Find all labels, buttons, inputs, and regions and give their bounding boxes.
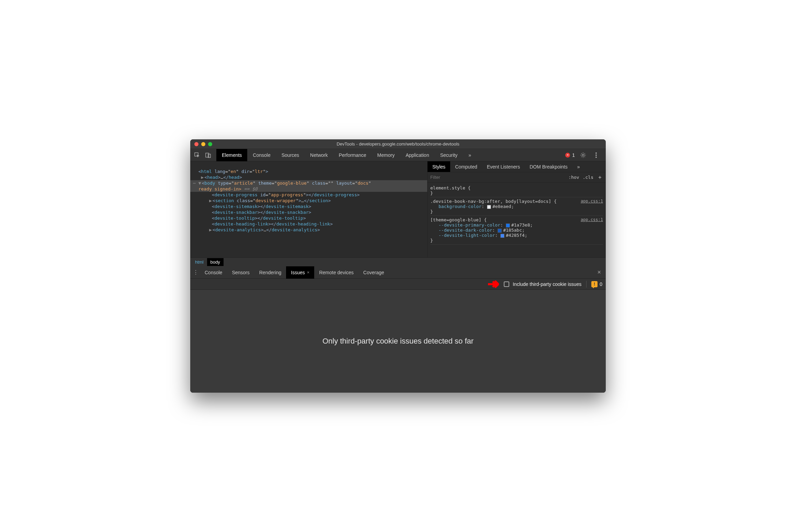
include-third-party-label: Include third-party cookie issues — [513, 281, 581, 287]
tab-performance[interactable]: Performance — [333, 149, 372, 161]
hov-toggle[interactable]: :hov — [568, 175, 579, 180]
svg-point-5 — [596, 154, 597, 155]
tab-security[interactable]: Security — [435, 149, 463, 161]
issues-count-badge[interactable]: ! 0 — [591, 281, 602, 287]
new-style-rule-icon[interactable]: + — [597, 174, 603, 181]
drawer-tab-rendering[interactable]: Rendering — [254, 266, 286, 279]
settings-gear-icon[interactable] — [578, 150, 588, 160]
styles-filter-input[interactable] — [430, 175, 565, 180]
warning-icon: ! — [591, 281, 598, 287]
main-toolbar: Elements Console Sources Network Perform… — [190, 149, 606, 161]
tab-memory[interactable]: Memory — [372, 149, 400, 161]
source-link[interactable]: app.css:1 — [581, 199, 603, 204]
toolbar-divider — [586, 281, 587, 288]
close-icon[interactable]: × — [307, 270, 310, 275]
breadcrumb-body[interactable]: body — [207, 258, 224, 266]
issues-empty-message: Only third-party cookie issues detected … — [322, 337, 474, 346]
window-title: DevTools - developers.google.com/web/too… — [190, 141, 606, 147]
devtools-window: DevTools - developers.google.com/web/too… — [190, 139, 606, 393]
drawer-close-icon[interactable]: × — [594, 269, 604, 276]
styles-tab-styles[interactable]: Styles — [428, 161, 450, 172]
kebab-menu-icon[interactable] — [591, 150, 601, 160]
elements-panel: <html lang="en" dir="ltr"> ▶<head>…</hea… — [190, 161, 606, 257]
tab-application[interactable]: Application — [400, 149, 435, 161]
device-mode-icon[interactable] — [203, 150, 213, 160]
drawer-tab-coverage[interactable]: Coverage — [359, 266, 389, 279]
tab-sources[interactable]: Sources — [276, 149, 305, 161]
drawer-tab-console[interactable]: Console — [200, 266, 227, 279]
breadcrumb-html[interactable]: html — [192, 258, 207, 266]
close-window-button[interactable] — [194, 142, 198, 146]
annotation-arrow-icon — [487, 278, 499, 290]
issues-toolbar: Include third-party cookie issues ! 0 — [190, 279, 606, 290]
drawer-tab-issues[interactable]: Issues × — [286, 266, 314, 279]
styles-more-tabs-icon[interactable]: » — [572, 161, 585, 172]
error-count-badge[interactable]: 1 — [565, 152, 575, 158]
drawer: ⋮ Console Sensors Rendering Issues × Rem… — [190, 266, 606, 393]
styles-tab-computed[interactable]: Computed — [450, 161, 482, 172]
zoom-window-button[interactable] — [208, 142, 212, 146]
drawer-tab-sensors[interactable]: Sensors — [227, 266, 254, 279]
tab-console[interactable]: Console — [247, 149, 276, 161]
source-link[interactable]: app.css:1 — [581, 217, 603, 222]
cls-toggle[interactable]: .cls — [583, 175, 593, 180]
drawer-menu-icon[interactable]: ⋮ — [192, 269, 200, 276]
styles-tab-event-listeners[interactable]: Event Listeners — [482, 161, 525, 172]
svg-point-3 — [582, 154, 584, 156]
drawer-tab-issues-label: Issues — [291, 270, 305, 275]
issues-empty-state: Only third-party cookie issues detected … — [190, 290, 606, 393]
svg-point-4 — [596, 152, 597, 153]
panel-tabs: Elements Console Sources Network Perform… — [216, 149, 477, 161]
svg-point-6 — [596, 157, 597, 158]
styles-filter-bar: :hov .cls + — [428, 172, 606, 183]
titlebar: DevTools - developers.google.com/web/too… — [190, 139, 606, 149]
more-tabs-icon[interactable]: » — [463, 149, 477, 161]
styles-tabs: Styles Computed Event Listeners DOM Brea… — [428, 161, 606, 172]
minimize-window-button[interactable] — [201, 142, 205, 146]
drawer-tabs: ⋮ Console Sensors Rendering Issues × Rem… — [190, 266, 606, 279]
include-third-party-checkbox[interactable] — [504, 281, 509, 287]
tab-network[interactable]: Network — [305, 149, 333, 161]
inspect-element-icon[interactable] — [192, 150, 202, 160]
error-count: 1 — [572, 152, 575, 158]
styles-rules[interactable]: element.style {}app.css:1.devsite-book-n… — [428, 183, 606, 257]
styles-tab-dom-breakpoints[interactable]: DOM Breakpoints — [525, 161, 572, 172]
issues-count: 0 — [600, 281, 602, 287]
styles-pane: Styles Computed Event Listeners DOM Brea… — [427, 161, 606, 257]
dom-tree[interactable]: <html lang="en" dir="ltr"> ▶<head>…</hea… — [190, 161, 427, 257]
dom-breadcrumb: html body — [190, 257, 606, 266]
drawer-tab-remote-devices[interactable]: Remote devices — [314, 266, 358, 279]
tab-elements[interactable]: Elements — [216, 149, 247, 161]
traffic-lights — [194, 142, 212, 146]
error-icon — [565, 153, 570, 158]
